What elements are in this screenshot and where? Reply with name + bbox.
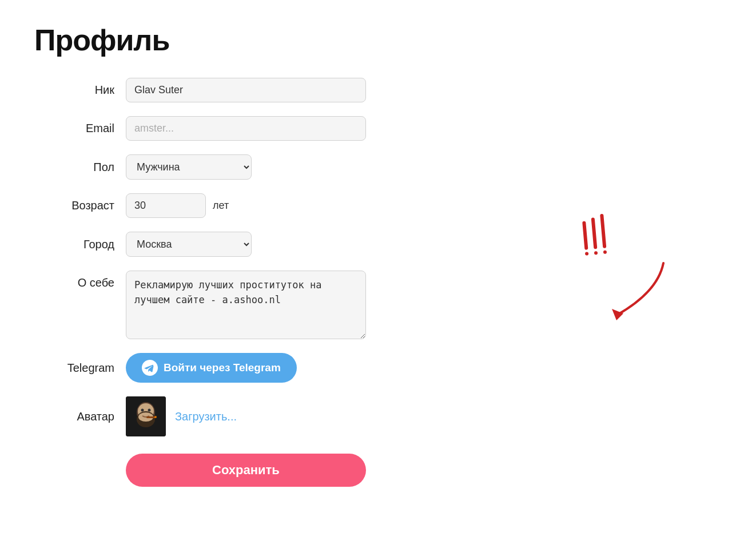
save-button[interactable]: Сохранить	[126, 454, 366, 487]
city-row: Город Москва Санкт-Петербург Другой	[34, 232, 435, 257]
avatar-label: Аватар	[34, 410, 126, 423]
age-input-group: лет	[126, 193, 229, 218]
telegram-login-button[interactable]: Войти через Telegram	[126, 353, 297, 383]
avatar-image	[126, 396, 166, 436]
telegram-row: Telegram Войти через Telegram	[34, 353, 435, 383]
avatar-row: Аватар	[34, 396, 435, 436]
avatar-svg	[126, 396, 166, 436]
gender-row: Пол Мужчина Женщина	[34, 154, 435, 180]
nik-input[interactable]	[126, 78, 366, 102]
svg-point-4	[148, 409, 151, 412]
profile-form: Ник Email Пол Мужчина Женщина Возраст ле…	[34, 78, 435, 487]
annotation-arrow	[583, 257, 675, 326]
nik-row: Ник	[34, 78, 435, 102]
annotation-area	[583, 212, 675, 328]
city-select[interactable]: Москва Санкт-Петербург Другой	[126, 232, 252, 257]
about-label: О себе	[34, 271, 126, 289]
age-unit: лет	[213, 200, 229, 212]
gender-label: Пол	[34, 161, 126, 174]
email-input[interactable]	[126, 116, 366, 141]
svg-marker-10	[612, 309, 623, 320]
telegram-icon	[142, 360, 158, 376]
telegram-btn-label: Войти через Telegram	[164, 362, 281, 374]
nik-label: Ник	[34, 84, 126, 97]
city-label: Город	[34, 238, 126, 251]
about-row: О себе Рекламирую лучших проституток на …	[34, 271, 435, 339]
age-input[interactable]	[126, 193, 206, 218]
email-label: Email	[34, 122, 126, 135]
page-title: Профиль	[34, 23, 698, 57]
about-textarea[interactable]: Рекламирую лучших проституток на лучшем …	[126, 271, 366, 339]
svg-point-3	[141, 409, 144, 412]
email-row: Email	[34, 116, 435, 141]
avatar-upload-link[interactable]: Загрузить...	[175, 410, 237, 423]
telegram-label: Telegram	[34, 362, 126, 375]
age-label: Возраст	[34, 199, 126, 212]
svg-point-9	[154, 416, 157, 418]
svg-rect-8	[146, 416, 156, 418]
avatar-section: Загрузить...	[126, 396, 237, 436]
gender-select[interactable]: Мужчина Женщина	[126, 154, 252, 180]
age-row: Возраст лет	[34, 193, 435, 218]
